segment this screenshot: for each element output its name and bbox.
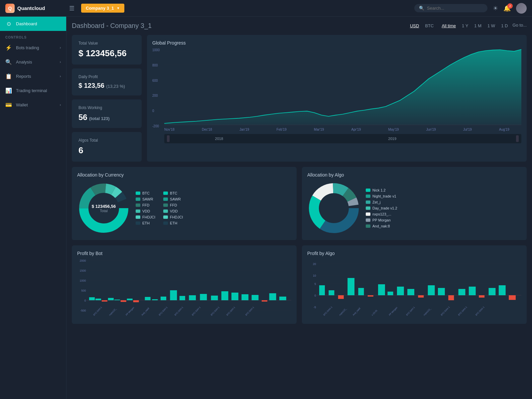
svg-text:5: 5 [315, 282, 316, 286]
svg-text:nxps122_: nxps122_ [338, 307, 347, 316]
svg-rect-43 [170, 290, 177, 300]
company-selector[interactable]: Company 3_1 ▼ [81, 4, 124, 13]
profit-by-bot-card: Profit by Bot 2000 1500 1000 500 0 - [72, 245, 297, 324]
profit-bot-chart: 2000 1500 1000 500 0 -500 [77, 259, 291, 319]
main-content: Dashboard - Company 3_1 USD BTC All time… [66, 17, 532, 399]
sidebar-item-dashboard[interactable]: ⊙ Dashboard [0, 17, 66, 31]
time-1d[interactable]: 1 D [500, 23, 509, 29]
svg-text:BTC-DAY-1: BTC-DAY-1 [245, 306, 255, 316]
sidebar-item-wallet[interactable]: 💳 Wallet › [0, 98, 66, 112]
sidebar: ⊙ Dashboard CONTROLS ⚡ Bots trading › 🔍 … [0, 17, 66, 399]
user-avatar[interactable] [516, 3, 527, 14]
svg-text:20: 20 [313, 262, 316, 266]
app-name: Quantcloud [17, 5, 45, 11]
currency-btc[interactable]: BTC [424, 23, 435, 29]
search-input[interactable] [427, 6, 483, 11]
time-goto[interactable]: Go to... [512, 23, 527, 29]
svg-rect-87 [438, 288, 445, 295]
daily-profit-label: Daily Profit [78, 74, 135, 79]
svg-text:-500: -500 [80, 309, 86, 312]
sidebar-label-analysis: Analysis [16, 60, 56, 65]
sidebar-label-reports: Reports [16, 74, 56, 79]
notifications-bell[interactable]: 🔔 2 [503, 5, 511, 12]
currency-usd[interactable]: USD [409, 23, 420, 29]
sidebar-item-reports[interactable]: 📋 Reports › [0, 69, 66, 83]
x-jun19: Jun'19 [426, 128, 436, 131]
time-all-time[interactable]: All time [440, 23, 457, 29]
sidebar-item-bots-trading[interactable]: ⚡ Bots trading › [0, 41, 66, 55]
svg-rect-42 [161, 297, 166, 300]
profit-bot-title: Profit by Bot [77, 251, 291, 256]
svg-rect-82 [388, 292, 393, 295]
x-nov18: Nov'18 [164, 128, 175, 131]
chevron-right-icon-analysis: › [60, 60, 61, 64]
x-aug19: Aug'19 [499, 128, 509, 131]
time-range-toggle: All time 1 Y 1 M 1 W 1 D Go to... [440, 23, 527, 29]
profit-by-algo-card: Profit by Algo 20 10 5 0 -5 [302, 245, 527, 324]
svg-text:BTC-DAY-1: BTC-DAY-1 [192, 306, 201, 316]
sidebar-label-dashboard: Dashboard [16, 21, 61, 26]
svg-rect-40 [145, 297, 151, 300]
total-value-amount: $ 123456,56 [78, 48, 135, 59]
svg-rect-36 [114, 300, 120, 300]
alloc-currency-inner: $ 123456,56 Total BTC SAWR FFD VDD FHDJC… [77, 182, 291, 235]
svg-text:And_nak8: And_nak8 [352, 307, 361, 316]
x-mar19: Mar'19 [314, 128, 324, 131]
algos-total-card: Algos Total 6 [72, 132, 142, 162]
legend-nxps: nxps123_... [366, 212, 397, 216]
time-1y[interactable]: 1 Y [461, 23, 469, 29]
legend-ffd-1: FFD [136, 203, 155, 207]
svg-text:PP Morgan: PP Morgan [125, 306, 135, 317]
global-progress-chart: Global Progress 1000 800 600 200 0 -200 [147, 35, 527, 162]
sidebar-label-bots-trading: Bots trading [16, 45, 56, 50]
svg-rect-37 [121, 300, 126, 302]
alloc-algo-inner: Nick 1.2 Night_trade v1 Zet_j Day_trade … [307, 182, 521, 235]
algo-legend: Nick 1.2 Night_trade v1 Zet_j Day_trade … [366, 188, 397, 228]
legend-btc-2: BTC [163, 191, 183, 195]
legend-nick: Nick 1.2 [366, 188, 397, 192]
brightness-toggle[interactable]: ☀ [493, 5, 498, 12]
bots-working-value: 56 (total 123) [78, 113, 135, 122]
x-may19: May'19 [388, 128, 399, 131]
nav-handle-left[interactable] [167, 135, 170, 142]
chart-title: Global Progress [152, 40, 521, 46]
svg-text:BTC-DAY-1: BTC-DAY-1 [158, 306, 168, 316]
alloc-currency-title: Allocation by Currency [77, 172, 291, 178]
nav-handle-right[interactable] [516, 135, 519, 142]
svg-rect-51 [252, 295, 259, 300]
svg-text:1000: 1000 [80, 279, 86, 282]
svg-text:2000: 2000 [80, 259, 86, 262]
sidebar-item-trading-terminal[interactable]: 📊 Trading terminal [0, 83, 66, 98]
svg-rect-80 [368, 295, 373, 297]
x-apr19: Apr'19 [351, 128, 361, 131]
svg-rect-94 [509, 295, 516, 300]
total-value-card: Total Value $ 123456,56 [72, 35, 142, 65]
svg-rect-77 [338, 295, 344, 299]
legend-daytrade: Day_trade v1.2 [366, 206, 397, 210]
svg-rect-39 [133, 300, 139, 302]
search-bar[interactable]: 🔍 [414, 4, 487, 12]
chart-area: 1000 800 600 200 0 -200 [152, 48, 521, 141]
sidebar-item-analysis[interactable]: 🔍 Analysis › [0, 55, 66, 69]
svg-text:0: 0 [84, 299, 86, 302]
svg-rect-54 [279, 297, 286, 300]
chart-navigator[interactable]: 2018 2019 [164, 134, 521, 143]
trading-terminal-icon: 📊 [5, 87, 12, 94]
time-1m[interactable]: 1 M [473, 23, 483, 29]
sidebar-section-controls: CONTROLS [0, 31, 66, 41]
y-label-200: 200 [152, 94, 164, 97]
svg-rect-50 [241, 294, 248, 300]
svg-rect-46 [200, 294, 207, 300]
hamburger-menu[interactable]: ☰ [69, 5, 74, 12]
legend-vdd-2: VDD [163, 209, 183, 213]
header-right: USD BTC All time 1 Y 1 M 1 W 1 D Go to..… [409, 23, 527, 29]
svg-rect-41 [152, 299, 158, 300]
legend-eth-1: ETH [136, 221, 155, 225]
x-dec18: Dec'18 [202, 128, 212, 131]
svg-text:PP Morgan: PP Morgan [388, 306, 398, 317]
currency-legend-col1: BTC SAWR FFD VDD FHDJCI ETH [136, 191, 155, 225]
svg-text:BTC-DAX-1: BTC-DAX-1 [440, 306, 450, 316]
y-axis: 1000 800 600 200 0 -200 [152, 48, 164, 128]
time-1w[interactable]: 1 W [486, 23, 496, 29]
svg-rect-86 [428, 285, 435, 295]
